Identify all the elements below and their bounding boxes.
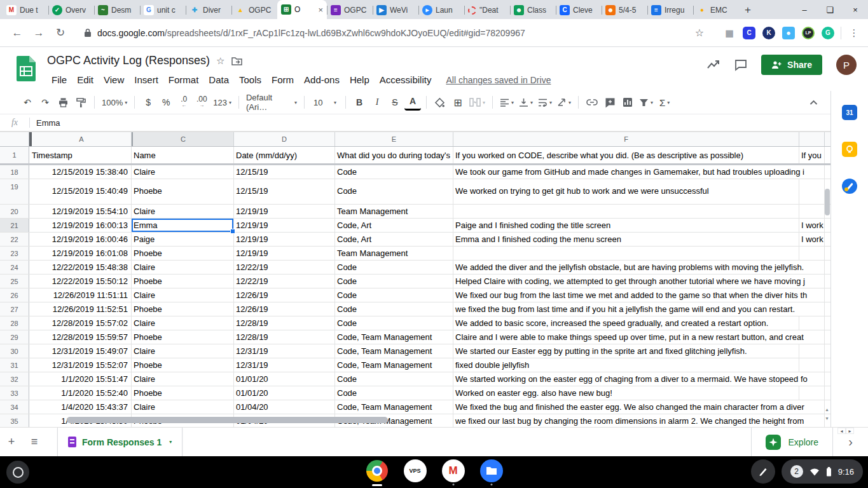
- insert-chart-button[interactable]: [619, 94, 636, 111]
- browser-tab-clever[interactable]: CCleve: [556, 1, 602, 19]
- borders-button[interactable]: ⊞: [450, 94, 466, 111]
- cell-timestamp[interactable]: 12/26/2019 11:52:51: [29, 302, 132, 316]
- header-cell[interactable]: Timestamp: [29, 147, 132, 163]
- browser-tab-classroom[interactable]: ☻Class: [510, 1, 556, 19]
- selected-cell[interactable]: Emma: [132, 219, 234, 232]
- cell-code-description[interactable]: fixed double jellyfish: [453, 358, 799, 372]
- bookmark-star-icon[interactable]: ☆: [695, 27, 704, 39]
- cell-timestamp[interactable]: 12/19/2019 16:01:08: [29, 247, 132, 260]
- browser-tab-contacts[interactable]: ☻5/4-5: [602, 1, 647, 19]
- browser-tab-drive[interactable]: ▲OGPC: [231, 1, 277, 19]
- cell-activity[interactable]: Code: [335, 261, 453, 274]
- move-folder-icon[interactable]: [231, 57, 242, 65]
- cell-date[interactable]: 12/31/19: [234, 344, 335, 358]
- cell-date[interactable]: 12/19/19: [234, 247, 335, 260]
- scroll-right-arrow[interactable]: ▸: [846, 428, 854, 434]
- menu-add-ons[interactable]: Add-ons: [300, 72, 344, 87]
- cell-code-description[interactable]: We added to basic score, increased the s…: [453, 316, 799, 330]
- row-header-23[interactable]: 23: [0, 247, 29, 260]
- new-tab-button[interactable]: +: [739, 1, 757, 19]
- cell-name[interactable]: Phoebe: [132, 358, 234, 372]
- cell-name[interactable]: Phoebe: [132, 247, 234, 260]
- cell-date[interactable]: 12/19/19: [234, 233, 335, 246]
- increase-decimal-button[interactable]: .00→: [193, 94, 210, 111]
- cell-timestamp[interactable]: 12/15/2019 15:38:40: [29, 165, 132, 179]
- browser-menu-icon[interactable]: ⋮: [846, 27, 862, 39]
- row-header-18[interactable]: 18: [0, 165, 29, 179]
- column-header-g-partial[interactable]: [799, 132, 825, 146]
- row-header-22[interactable]: 22: [0, 233, 29, 246]
- header-cell[interactable]: Name: [132, 147, 234, 163]
- cell-overflow-g[interactable]: [799, 247, 825, 260]
- explore-button[interactable]: Explore: [751, 428, 833, 456]
- menu-insert[interactable]: Insert: [130, 72, 163, 87]
- menu-help[interactable]: Help: [345, 72, 374, 87]
- header-cell[interactable]: If you: [799, 147, 825, 163]
- cell-overflow-g[interactable]: [799, 316, 825, 330]
- cell-overflow-g[interactable]: [799, 358, 825, 372]
- forward-button[interactable]: →: [28, 22, 50, 44]
- grammarly-extension-icon[interactable]: G: [822, 27, 834, 39]
- comments-icon[interactable]: [734, 59, 747, 71]
- extensions-extension-icon[interactable]: ▦: [723, 27, 736, 39]
- cell-timestamp[interactable]: 12/22/2019 15:48:38: [29, 261, 132, 274]
- cell-code-description[interactable]: [453, 205, 799, 218]
- cell-code-description[interactable]: Emma and I finished coding the menu scre…: [453, 233, 799, 246]
- lastpass-extension-icon[interactable]: LP: [802, 27, 815, 39]
- header-cell[interactable]: What did you do during today's: [335, 147, 453, 163]
- more-formats-button[interactable]: 123▾: [211, 94, 233, 111]
- cell-activity[interactable]: Team Management: [335, 247, 453, 260]
- format-currency-button[interactable]: $: [140, 94, 156, 111]
- row-header-32[interactable]: 32: [0, 372, 29, 386]
- menu-file[interactable]: File: [47, 72, 71, 87]
- cell-overflow-g[interactable]: [799, 179, 825, 204]
- paint-format-button[interactable]: [72, 94, 89, 111]
- cell-date[interactable]: 12/31/19: [234, 358, 335, 372]
- cell-code-description[interactable]: We started working on the easter egg of …: [453, 372, 825, 386]
- font-select[interactable]: Default (Ari…▾: [244, 94, 299, 111]
- text-color-button[interactable]: A: [404, 94, 421, 111]
- cell-name[interactable]: Phoebe: [132, 179, 234, 204]
- cell-overflow-g[interactable]: [799, 344, 825, 358]
- cell-activity[interactable]: Code, Team Management: [335, 344, 453, 358]
- cell-name[interactable]: Claire: [132, 205, 234, 218]
- back-button[interactable]: ←: [6, 22, 28, 44]
- tab-close-icon[interactable]: ×: [318, 5, 323, 15]
- browser-tab-pin[interactable]: ●EMC: [693, 1, 739, 19]
- cell-name[interactable]: Claire: [132, 344, 234, 358]
- keep-icon[interactable]: [842, 142, 857, 157]
- row-header-34[interactable]: 34: [0, 400, 29, 414]
- select-all-corner[interactable]: [0, 132, 29, 146]
- cell-code-description[interactable]: We fixed our bug from the last time we m…: [453, 288, 825, 302]
- cell-activity[interactable]: Code: [335, 302, 453, 316]
- vps-app-button[interactable]: VPS: [404, 459, 427, 482]
- cell-date[interactable]: 01/04/20: [234, 400, 335, 414]
- browser-tab-dashed[interactable]: "Deat: [464, 1, 510, 19]
- clever-extension-icon[interactable]: C: [743, 27, 755, 39]
- cell-overflow-g[interactable]: I work: [799, 219, 825, 232]
- kami-extension-icon[interactable]: K: [762, 27, 775, 39]
- row-header-33[interactable]: 33: [0, 386, 29, 400]
- browser-tab-green-badge[interactable]: ✓Overv: [48, 1, 94, 19]
- menu-form[interactable]: Form: [267, 72, 298, 87]
- activity-dashboard-icon[interactable]: [706, 59, 720, 71]
- cell-code-description[interactable]: we fixed the bug from last time and if y…: [453, 302, 825, 316]
- cell-name[interactable]: Claire: [132, 288, 234, 302]
- strikethrough-button[interactable]: S: [387, 94, 403, 111]
- calendar-icon[interactable]: 31: [842, 105, 857, 120]
- cell-activity[interactable]: Code, Team Management: [335, 358, 453, 372]
- cell-activity[interactable]: Code, Art: [335, 233, 453, 246]
- cell-name[interactable]: Phoebe: [132, 274, 234, 288]
- address-bar[interactable]: docs.google.com/spreadsheets/d/1rxF_rACp…: [76, 24, 718, 43]
- cell-date[interactable]: 12/22/19: [234, 274, 335, 288]
- row-header-21[interactable]: 21: [0, 219, 29, 232]
- insert-link-button[interactable]: [584, 94, 600, 111]
- cell-code-description[interactable]: We took our game from GitHub and made ch…: [453, 165, 825, 179]
- print-button[interactable]: [55, 94, 71, 111]
- cell-timestamp[interactable]: 1/1/2020 15:51:47: [29, 372, 132, 386]
- cell-activity[interactable]: Code, Art: [335, 219, 453, 232]
- reload-button[interactable]: ↻: [50, 22, 71, 44]
- scroll-left-arrow[interactable]: ◂: [837, 428, 846, 434]
- chrome-app-button[interactable]: [366, 459, 389, 482]
- star-document-icon[interactable]: ☆: [216, 55, 224, 67]
